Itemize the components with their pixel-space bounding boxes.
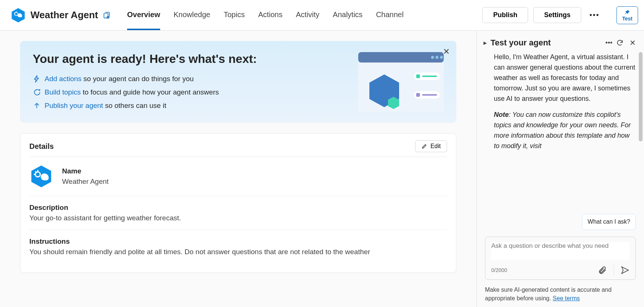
desc-label: Description	[29, 204, 447, 212]
arrow-up-icon	[33, 102, 41, 110]
test-button[interactable]: Test	[617, 6, 638, 24]
chat-body: Hello, I'm Weather Agent, a virtual assi…	[477, 52, 644, 232]
test-panel-title: Test your agent	[491, 38, 602, 48]
svg-rect-4	[358, 52, 444, 63]
see-terms-link[interactable]: See terms	[553, 295, 580, 301]
details-heading: Details	[29, 142, 54, 151]
edit-button[interactable]: Edit	[415, 140, 447, 152]
chat-input-box: 0/2000	[485, 237, 636, 280]
close-icon[interactable]: ✕	[443, 47, 450, 57]
chat-input[interactable]	[491, 242, 630, 260]
tab-topics[interactable]: Topics	[224, 0, 245, 30]
attach-icon[interactable]	[598, 266, 607, 275]
agent-title: Weather Agent	[30, 9, 98, 21]
detail-name-row: Name Weather Agent	[29, 157, 447, 196]
svg-point-6	[436, 56, 438, 59]
tab-actions[interactable]: Actions	[258, 0, 283, 30]
disclaimer: Make sure AI-generated content is accura…	[477, 286, 644, 307]
chat-note: Note: You can now customize this copilot…	[494, 110, 636, 151]
name-value: Weather Agent	[62, 178, 109, 186]
instr-label: Instructions	[29, 237, 447, 246]
svg-rect-16	[422, 94, 437, 96]
main-content: Your agent is ready! Here's what's next:…	[0, 31, 477, 307]
suggestion-chip[interactable]: What can I ask?	[582, 214, 636, 230]
collapse-icon[interactable]: ▸	[483, 39, 487, 47]
note-text: : You can now customize this copilot's t…	[494, 111, 631, 150]
ready-item-topics: Build topics to focus and guide how your…	[33, 88, 257, 96]
nav-tabs: Overview Knowledge Topics Actions Activi…	[127, 0, 404, 30]
test-button-label: Test	[622, 16, 632, 22]
tab-analytics[interactable]: Analytics	[333, 0, 363, 30]
svg-rect-15	[416, 93, 420, 97]
top-header: Weather Agent Overview Knowledge Topics …	[0, 0, 644, 31]
svg-point-7	[440, 56, 443, 59]
panel-more-icon[interactable]: •••	[605, 39, 612, 47]
ready-text-0: so your agent can do things for you	[81, 75, 194, 83]
svg-point-5	[431, 56, 434, 59]
refresh-icon[interactable]	[616, 39, 624, 47]
agent-hex-icon	[29, 164, 53, 188]
divider	[614, 265, 614, 276]
ready-item-actions: Add actions so your agent can do things …	[33, 75, 257, 83]
note-label: Note	[494, 111, 509, 118]
agent-menu-icon[interactable]	[103, 11, 111, 19]
pin-icon	[624, 9, 631, 16]
agent-logo-icon	[10, 7, 26, 23]
details-card: Details Edit Name Weather Agent Descript…	[20, 133, 456, 273]
publish-agent-link[interactable]: Publish your agent	[45, 102, 103, 109]
detail-instr-row: Instructions You should remain friendly …	[29, 230, 447, 263]
chat-input-area: 0/2000	[477, 232, 644, 286]
publish-button[interactable]: Publish	[482, 7, 528, 23]
illustration	[358, 52, 444, 112]
ready-card: Your agent is ready! Here's what's next:…	[20, 41, 456, 123]
ready-text-1: to focus and guide how your agent answer…	[81, 88, 219, 96]
pencil-icon	[421, 143, 427, 149]
svg-rect-12	[416, 74, 420, 78]
settings-button[interactable]: Settings	[533, 7, 581, 23]
tab-channel[interactable]: Channel	[376, 0, 404, 30]
ready-item-publish: Publish your agent so others can use it	[33, 102, 257, 110]
more-icon[interactable]: •••	[586, 8, 602, 22]
chat-icon	[33, 88, 41, 96]
desc-value: Your go-to assistant for getting weather…	[29, 214, 447, 222]
edit-label: Edit	[430, 143, 441, 150]
char-count: 0/2000	[491, 267, 507, 273]
build-topics-link[interactable]: Build topics	[45, 88, 81, 96]
ready-text-2: so others can use it	[103, 102, 166, 109]
test-panel-header: ▸ Test your agent ••• ✕	[477, 31, 644, 52]
ready-title: Your agent is ready! Here's what's next:	[33, 52, 257, 66]
header-actions: Publish Settings ••• Test	[482, 6, 638, 24]
tab-overview[interactable]: Overview	[127, 0, 160, 30]
name-label: Name	[62, 167, 109, 175]
lightning-icon	[33, 75, 41, 83]
disclaimer-text: Make sure AI-generated content is accura…	[485, 287, 612, 301]
tab-activity[interactable]: Activity	[296, 0, 319, 30]
tab-knowledge[interactable]: Knowledge	[174, 0, 210, 30]
test-panel: ▸ Test your agent ••• ✕ Hello, I'm Weath…	[477, 31, 644, 307]
instr-value: You should remain friendly and polite at…	[29, 248, 447, 256]
chat-greeting: Hello, I'm Weather Agent, a virtual assi…	[494, 52, 636, 104]
svg-rect-13	[422, 76, 437, 77]
send-icon[interactable]	[621, 266, 630, 275]
detail-desc-row: Description Your go-to assistant for get…	[29, 196, 447, 230]
add-actions-link[interactable]: Add actions	[45, 75, 81, 83]
panel-close-icon[interactable]: ✕	[630, 38, 636, 47]
